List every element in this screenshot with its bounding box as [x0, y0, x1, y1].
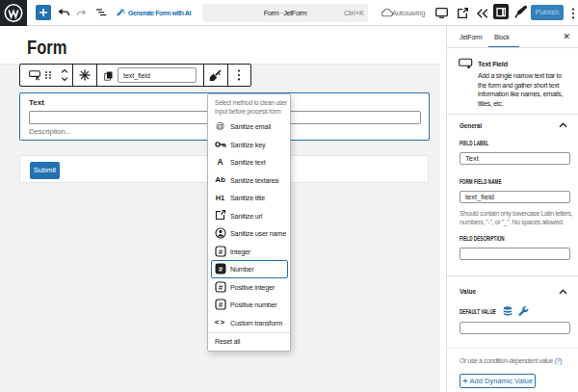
svg-text:#: # [218, 282, 223, 291]
svg-text:#: # [218, 247, 223, 255]
svg-text:#: # [218, 301, 223, 309]
